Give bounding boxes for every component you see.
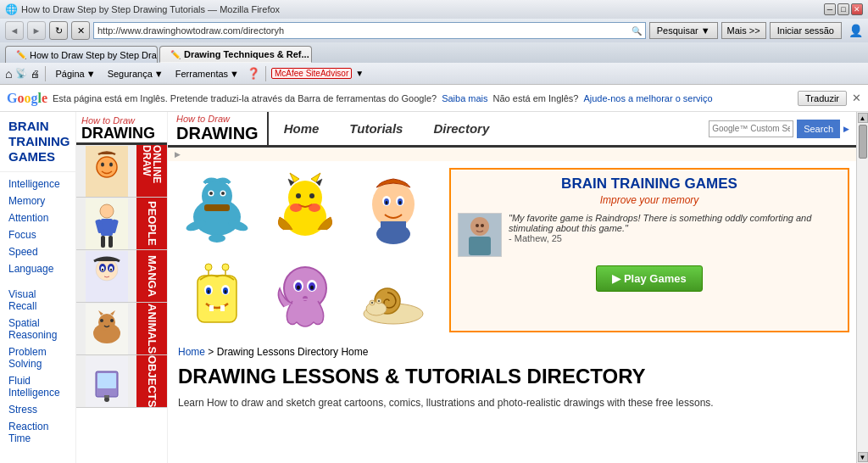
svg-point-36 xyxy=(209,192,213,195)
site-favicon: 🌐 xyxy=(5,3,18,15)
not-english-text: Não está em Inglês? xyxy=(493,93,579,103)
directory-title: DRAWING LESSONS & TUTORIALS DIRECTORY xyxy=(178,365,846,388)
translate-button[interactable]: Traduzir xyxy=(798,91,847,106)
draw-card-people[interactable]: PEOPLE xyxy=(76,198,167,250)
google-bar: Google Esta página está em Inglês. Prete… xyxy=(0,85,868,112)
svg-rect-30 xyxy=(104,395,109,398)
svg-rect-62 xyxy=(381,221,406,237)
sidebar-item-language[interactable]: Language xyxy=(0,260,76,277)
brain-ad-subtitle: Improve your memory xyxy=(458,194,841,206)
search-input[interactable] xyxy=(709,120,793,137)
drawings-section: BRAIN TRAINING GAMES Improve your memory… xyxy=(168,161,856,339)
sidebar-item-visual-recall[interactable]: Visual Recall xyxy=(0,286,76,315)
drawing-pikachu xyxy=(263,168,348,248)
site-logo-row: How to Draw DRAWING xyxy=(76,112,167,142)
breadcrumb-home-link[interactable]: Home xyxy=(178,346,205,358)
nav-directory[interactable]: Directory xyxy=(418,114,504,142)
sidebar-item-spatial-reasoning[interactable]: Spatial Reasoning xyxy=(0,315,76,343)
svg-point-46 xyxy=(309,193,314,198)
scroll-thumb[interactable] xyxy=(859,125,867,159)
close-button[interactable]: ✕ xyxy=(851,3,863,15)
minimize-button[interactable]: ─ xyxy=(824,3,836,15)
tabs-container: ✏️ How to Draw Step by Step Dra... ✕ ✏️ … xyxy=(5,46,312,63)
sidebar-divider xyxy=(0,277,75,286)
seguranca-label: Segurança xyxy=(108,69,153,79)
left-sidebar: BRAINTRAININGGAMES Intelligence Memory A… xyxy=(0,112,76,463)
svg-point-47 xyxy=(290,204,302,212)
sidebar-item-stress[interactable]: Stress xyxy=(0,401,76,418)
pagina-label: Página xyxy=(55,69,84,79)
brain-ad-header: BRAIN TRAINING GAMES Improve your memory xyxy=(458,176,841,206)
toolbar-sep-2 xyxy=(265,66,266,81)
sidebar-item-speed[interactable]: Speed xyxy=(0,243,76,260)
home-icon[interactable]: ⌂ xyxy=(5,67,12,81)
sidebar-item-attention[interactable]: Attention xyxy=(0,209,76,226)
site-header-nav: How to Draw DRAWING xyxy=(76,112,167,145)
svg-point-73 xyxy=(205,264,212,271)
pagina-button[interactable]: Página ▼ xyxy=(51,68,99,80)
forward-button[interactable]: ► xyxy=(27,21,46,40)
sidebar-item-problem-solving[interactable]: Problem Solving xyxy=(0,343,76,372)
tab2-label: Drawing Techniques & Ref... xyxy=(184,49,309,59)
search-arrow: ▶ xyxy=(843,125,849,133)
seguranca-button[interactable]: Segurança ▼ xyxy=(103,68,168,80)
iniciar-button[interactable]: Iniciar sessão xyxy=(770,22,842,39)
sidebar-item-intelligence[interactable]: Intelligence xyxy=(0,176,76,192)
maximize-button[interactable]: □ xyxy=(837,3,849,15)
draw-card-animals[interactable]: ANIMALS xyxy=(76,303,167,355)
site-search: Search ▶ xyxy=(709,120,856,138)
mais-button[interactable]: Mais >> xyxy=(721,22,766,39)
svg-point-98 xyxy=(481,224,484,227)
svg-point-84 xyxy=(310,285,314,289)
svg-point-37 xyxy=(221,192,225,195)
svg-point-48 xyxy=(309,204,320,212)
tab-2[interactable]: ✏️ Drawing Techniques & Ref... ✕ xyxy=(159,46,312,63)
translate-close-icon[interactable]: ✕ xyxy=(852,92,861,104)
nav-bar: ◄ ► ↻ ✕ http://www.drawinghowtodraw.com/… xyxy=(0,19,868,42)
rss-icon[interactable]: 📡 xyxy=(15,68,27,79)
draw-card-objects[interactable]: OBJECTS xyxy=(76,355,167,408)
saiba-mais-link[interactable]: Saiba mais xyxy=(442,93,487,103)
print-icon[interactable]: 🖨 xyxy=(31,69,40,79)
svg-point-45 xyxy=(296,193,301,198)
breadcrumb-current: Drawing Lessons Directory Home xyxy=(217,346,369,358)
svg-point-93 xyxy=(378,300,380,302)
search-icon: 🔍 xyxy=(632,26,642,36)
draw-card-manga[interactable]: MANGA xyxy=(76,250,167,303)
play-games-button[interactable]: ▶ Play Games xyxy=(596,265,702,292)
brain-ad-title: BRAIN TRAINING GAMES xyxy=(458,176,841,192)
svg-point-59 xyxy=(386,201,388,204)
mcafee-dropdown[interactable]: ▼ xyxy=(355,69,364,78)
search-button[interactable]: Search xyxy=(797,120,840,138)
draw-card-online[interactable]: DRAW ONLINE xyxy=(76,145,167,198)
back-button[interactable]: ◄ xyxy=(5,21,24,40)
brain-ad-avatar xyxy=(458,213,502,257)
page-content: BRAINTRAININGGAMES Intelligence Memory A… xyxy=(0,112,868,463)
scroll-down[interactable]: ▼ xyxy=(858,452,868,462)
nav-home[interactable]: Home xyxy=(269,114,335,142)
address-bar[interactable]: http://www.drawinghowtodraw.com/director… xyxy=(93,22,646,39)
svg-point-17 xyxy=(102,268,103,271)
sidebar-item-focus[interactable]: Focus xyxy=(0,226,76,243)
ferramentas-button[interactable]: Ferramentas ▼ xyxy=(171,68,243,80)
svg-point-97 xyxy=(476,224,479,227)
sidebar-item-fluid-intelligence[interactable]: Fluid Intelligence xyxy=(0,372,76,401)
svg-point-22 xyxy=(100,319,103,322)
tab2-favicon: ✏️ xyxy=(170,50,181,59)
sidebar-item-reaction-time[interactable]: Reaction Time xyxy=(0,418,76,447)
svg-point-18 xyxy=(110,268,112,271)
pesquisar-button[interactable]: Pesquisar ▼ xyxy=(649,22,718,39)
ajude-link[interactable]: Ajude-nos a melhorar o serviço xyxy=(583,93,712,103)
stop-button[interactable]: ✕ xyxy=(71,21,90,40)
svg-rect-71 xyxy=(209,305,214,311)
draw-card-people-thumb xyxy=(76,198,136,249)
question-icon[interactable]: ❓ xyxy=(247,67,260,80)
tab-1[interactable]: ✏️ How to Draw Step by Step Dra... ✕ xyxy=(5,46,158,63)
scroll-up[interactable]: ▲ xyxy=(858,113,868,123)
svg-point-69 xyxy=(208,290,210,293)
scrollbar[interactable]: ▲ ▼ xyxy=(856,112,868,463)
refresh-button[interactable]: ↻ xyxy=(49,21,68,40)
sidebar-item-memory[interactable]: Memory xyxy=(0,192,76,209)
translate-notice: Esta página está em Inglês. Pretende tra… xyxy=(53,93,437,103)
nav-tutorials[interactable]: Tutorials xyxy=(334,114,418,142)
